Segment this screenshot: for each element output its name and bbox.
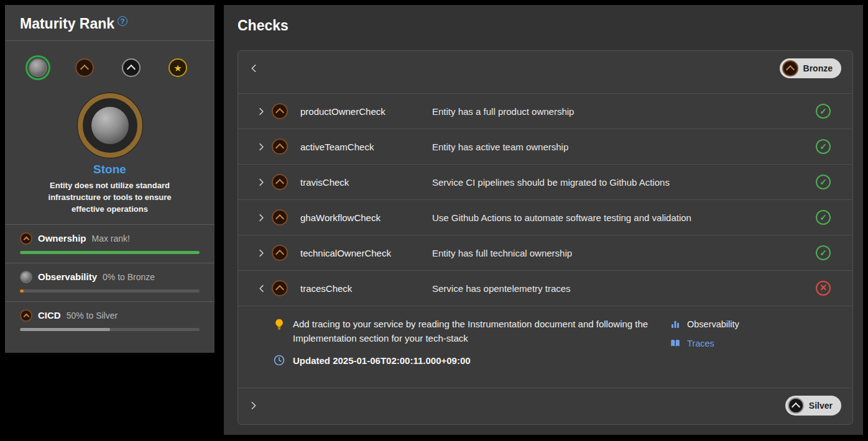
scorecard-label: Observability: [687, 319, 739, 329]
bronze-medal-icon: [272, 103, 288, 119]
current-rank-medallion-wrap: [5, 93, 215, 158]
check-description: Service has opentelemetry traces: [432, 283, 806, 294]
rank-stone-icon[interactable]: [29, 58, 47, 77]
maturity-rank-panel: Maturity Rank ? Stone Entity does not ut…: [5, 5, 215, 353]
badge-label: Bronze: [803, 63, 833, 73]
silver-rank-badge: Silver: [785, 396, 841, 416]
lightbulb-icon: [273, 318, 285, 330]
expand-chevron-icon[interactable]: [251, 249, 272, 257]
category-progress-fill: [20, 251, 200, 254]
expand-chevron-icon[interactable]: [251, 178, 272, 186]
category-medal-icon: [20, 271, 32, 283]
check-row[interactable]: travisCheck Service CI pipelines should …: [238, 164, 852, 199]
category-medal-icon: [20, 232, 32, 245]
check-pass-icon: [816, 245, 831, 260]
bronze-medal-icon: [272, 245, 288, 261]
check-pass-icon: [816, 104, 831, 119]
category-status: 50% to Silver: [67, 311, 118, 321]
check-row[interactable]: ghaWorkflowCheck Use Github Actions to a…: [238, 199, 852, 235]
category-progress-track: [20, 289, 200, 293]
category-status: 0% to Bronze: [103, 272, 155, 282]
check-name: productOwnerCheck: [300, 106, 432, 117]
expand-chevron-icon[interactable]: [251, 214, 272, 222]
check-name: travisCheck: [300, 177, 432, 188]
check-detail-links: Observability Traces: [670, 317, 838, 366]
category-cicd: CICD 50% to Silver: [5, 301, 215, 340]
silver-medal-icon: [788, 398, 804, 414]
checks-card: Bronze productOwnerCheck Entity has a fu…: [238, 50, 853, 425]
check-detail-left: Add tracing to your service by reading t…: [273, 317, 663, 366]
category-progress-track: [20, 251, 200, 254]
check-row[interactable]: tracesCheck Service has opentelemetry tr…: [238, 270, 852, 306]
rank-silver-icon[interactable]: [122, 58, 141, 77]
category-progress-fill: [20, 328, 110, 331]
maturity-rank-header: Maturity Rank ?: [5, 5, 215, 41]
bronze-medal-icon: [272, 280, 288, 296]
checks-title: Checks: [238, 17, 853, 34]
rank-icons-row: [5, 41, 215, 77]
doc-link-label: Traces: [687, 339, 714, 348]
doc-link[interactable]: Traces: [670, 338, 838, 349]
current-rank-description: Entity does not utilize standard infrast…: [33, 180, 187, 216]
bronze-section-header: Bronze: [238, 51, 852, 86]
check-description: Entity has active team ownership: [432, 142, 806, 152]
book-icon: [670, 338, 681, 349]
check-name: ghaWorkflowCheck: [300, 212, 432, 223]
expand-chevron-icon[interactable]: [251, 143, 272, 151]
category-name: Observability: [38, 271, 97, 282]
check-description: Service CI pipelines should be migrated …: [432, 177, 806, 188]
collapse-chevron-icon[interactable]: [251, 284, 272, 293]
bronze-rank-badge: Bronze: [780, 58, 841, 78]
category-name: CICD: [38, 310, 61, 321]
check-description: Use Github Actions to automate software …: [432, 212, 806, 223]
category-name: Ownership: [38, 233, 86, 243]
badge-label: Silver: [809, 401, 833, 411]
check-rows: productOwnerCheck Entity has a full prod…: [238, 93, 852, 380]
bronze-medal-icon: [272, 139, 288, 155]
check-description: Entity has full technical ownership: [432, 248, 806, 258]
check-hint-text: Add tracing to your service by reading t…: [293, 317, 663, 345]
collapse-section-chevron-icon[interactable]: [249, 64, 258, 73]
category-progress-fill: [20, 289, 24, 293]
rank-gold-icon[interactable]: [169, 58, 187, 77]
check-pass-icon: [816, 139, 831, 154]
check-fail-icon: [816, 281, 831, 296]
check-pass-icon: [816, 175, 831, 189]
category-status: Max rank!: [92, 234, 130, 243]
scorecard-icon: [670, 319, 681, 330]
category-medal-icon: [20, 309, 32, 322]
check-row[interactable]: activeTeamCheck Entity has active team o…: [238, 129, 852, 164]
rank-bronze-icon[interactable]: [75, 58, 94, 77]
silver-section-header: Silver: [238, 388, 852, 417]
bronze-medal-icon: [782, 60, 798, 76]
bronze-medal-icon: [272, 209, 288, 225]
stone-ball-icon: [91, 107, 129, 144]
maturity-rank-title: Maturity Rank: [20, 16, 114, 32]
scorecard-link[interactable]: Observability: [670, 319, 838, 330]
clock-icon: [273, 354, 285, 366]
check-detail-panel: Add tracing to your service by reading t…: [238, 306, 852, 380]
check-pass-icon: [816, 210, 831, 225]
check-name: activeTeamCheck: [300, 142, 432, 152]
help-icon[interactable]: ?: [118, 16, 127, 26]
category-ownership: Ownership Max rank!: [5, 224, 215, 263]
checks-panel: Checks Bronze productOwnerCheck Entity h…: [224, 5, 863, 435]
expand-section-chevron-icon[interactable]: [249, 401, 258, 410]
check-name: tracesCheck: [300, 283, 432, 294]
bronze-medal-icon: [272, 174, 288, 190]
check-name: technicalOwnerCheck: [300, 248, 432, 258]
check-row[interactable]: productOwnerCheck Entity has a full prod…: [238, 93, 852, 129]
category-progress-track: [20, 328, 200, 331]
category-observability: Observability 0% to Bronze: [5, 263, 215, 301]
stone-medallion-icon: [78, 93, 142, 158]
check-updated-timestamp: Updated 2025-01-06T02:00:11.000+09:00: [293, 355, 471, 366]
expand-chevron-icon[interactable]: [251, 107, 272, 116]
check-row[interactable]: technicalOwnerCheck Entity has full tech…: [238, 235, 852, 270]
check-description: Entity has a full product ownership: [432, 106, 806, 117]
current-rank-name: Stone: [5, 163, 215, 176]
